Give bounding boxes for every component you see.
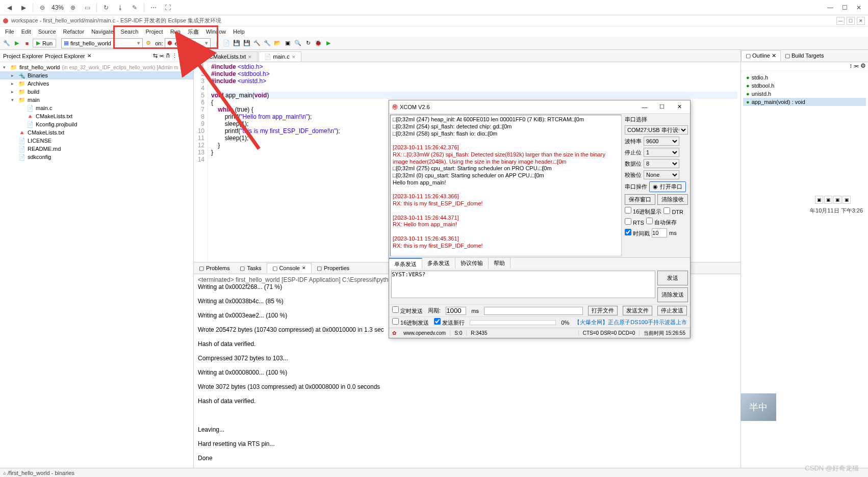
outline-item[interactable]: ● unistd.h [743,90,866,98]
fit-icon[interactable]: ▭ [82,3,92,13]
menu-file[interactable]: File [2,28,17,36]
xcom-log[interactable]: □[0;32mI (247) heap_init: At 600FE010 le… [390,115,622,256]
ide-max-icon[interactable]: ☐ [847,17,855,25]
bottom-tab-problems[interactable]: ▢ Problems [194,263,235,273]
xcom-close-icon[interactable]: ✕ [672,102,687,112]
menu-window[interactable]: Window [203,28,229,36]
tree-node[interactable]: 📄Kconfig.projbuild [0,120,193,128]
xcom-tab[interactable]: 帮助 [489,258,510,269]
baud-select[interactable]: 9600 [644,137,679,146]
open-file-button[interactable]: 打开文件 [588,306,618,315]
debug-icon[interactable]: 🐞 [314,39,323,48]
mini-icon4[interactable]: ▣ [843,196,851,204]
xcom-titlebar[interactable]: ㊕ XCOM V2.6 — ☐ ✕ [389,100,690,114]
more-icon[interactable]: ⋯ [148,3,159,13]
nav-fwd-icon[interactable]: ▶ [18,3,29,13]
tree-node[interactable]: ▾📁first_hello_world (in esp_32_work_IDF_… [0,63,193,71]
xcom-tab[interactable]: 多条发送 [422,258,455,269]
zoom-in-icon[interactable]: ⊕ [68,3,78,13]
menu-refactor[interactable]: Refactor [60,28,88,36]
saveall-icon[interactable]: 💾 [242,39,251,48]
rotate-icon[interactable]: ↻ [101,3,111,13]
tree-node[interactable]: 📄README.md [0,145,193,153]
outline-item[interactable]: ● app_main(void) : void [743,98,866,106]
mini-icon[interactable]: ▣ [815,196,823,204]
xcom-tab[interactable]: 协议传输 [455,258,489,269]
outline-sort-icon[interactable]: ↕ [849,62,852,71]
save-window-button[interactable]: 保存窗口 [625,194,655,205]
hex-send-check[interactable]: 16进制发送 [392,318,429,327]
xcom-max-icon[interactable]: ☐ [654,102,670,112]
ide-min-icon[interactable]: — [836,17,845,25]
send-file-button[interactable]: 发送文件 [623,306,652,315]
folder-icon[interactable]: 📂 [273,39,282,48]
status-url[interactable]: www.openedv.com [399,330,450,336]
term-icon[interactable]: ▣ [283,39,292,48]
menu-乐鑫[interactable]: 乐鑫 [185,27,202,37]
gear-icon[interactable]: ⚙ [144,39,153,48]
stop-select[interactable]: 1 [644,148,679,157]
tree-node[interactable]: ▾📁main [0,96,193,104]
hex-disp-check[interactable]: 16进制显示 [625,207,661,216]
min2-icon[interactable]: — [178,52,184,59]
tree-node[interactable]: 🔺CMakeLists.txt [0,112,193,120]
tree-node[interactable]: 📄main.c [0,104,193,112]
tree-node[interactable]: 🔺CMakeLists.txt [0,128,193,137]
tree-node[interactable]: ▸📁Archives [0,80,193,88]
menu-search[interactable]: Search [118,28,142,36]
xcom-window[interactable]: ㊕ XCOM V2.6 — ☐ ✕ □[0;32mI (247) heap_in… [389,100,691,338]
ts-input[interactable] [652,228,667,237]
filter-icon[interactable]: ⫚ [165,52,171,59]
file-path-input[interactable] [484,307,583,315]
menu-project[interactable]: Project [142,28,166,36]
right-tab[interactable]: ▢ Build Targets [781,51,828,61]
send-button[interactable]: 发送 [657,271,688,285]
fullscreen-icon[interactable]: ⛶ [163,3,173,13]
outline-filter-icon[interactable]: ⫘ [853,62,859,71]
min-icon[interactable]: — [825,3,835,13]
edit-icon[interactable]: ✎ [130,3,140,13]
tree-node[interactable]: ▸📁build [0,88,193,96]
build-icon[interactable]: 🔨 [252,39,262,48]
mini-icon3[interactable]: ▣ [833,196,841,204]
xcom-min-icon[interactable]: — [637,102,652,112]
run-button[interactable]: ▶Run [33,39,56,47]
rts-check[interactable]: RTS [625,218,644,226]
close-icon[interactable]: ✕ [854,3,864,13]
menu-edit[interactable]: Edit [18,28,34,36]
target-select[interactable]: ⬢esp32s3▾ [165,38,211,48]
download-icon[interactable]: ⭳ [115,3,125,13]
period-input[interactable] [446,307,466,315]
sched-check[interactable]: 定时发送 [392,306,423,315]
nav-back-icon[interactable]: ◀ [4,3,14,13]
autosave-check[interactable]: 自动保存 [646,218,677,226]
send-textarea[interactable]: SYST:VERS? [391,271,655,298]
menu-navigate[interactable]: Navigate [88,28,116,36]
wrench-icon[interactable]: 🔧 [263,39,272,48]
project-tree[interactable]: ▾📁first_hello_world (in esp_32_work_IDF_… [0,62,193,162]
editor-tab[interactable]: 📄 main.c ✕ [259,51,301,62]
stop-icon[interactable]: ■ [22,39,32,48]
parity-select[interactable]: None [644,170,679,179]
menu-icon[interactable]: ⋮ [172,52,177,59]
max-icon[interactable]: ☐ [839,3,850,13]
tree-node[interactable]: 📄LICENSE [0,137,193,145]
bottom-tab-console[interactable]: ▢ Console ✕ [267,263,312,274]
bottom-tab-tasks[interactable]: ▢ Tasks [235,263,266,273]
max2-icon[interactable]: ☐ [185,52,190,59]
tree-node[interactable]: ▸🔩Binaries [0,71,193,80]
xcom-tab[interactable]: 单条发送 [389,258,422,269]
outline-item[interactable]: ● stdbool.h [743,82,866,90]
timestamp-check[interactable]: 时间戳 [625,229,650,237]
right-tab[interactable]: ▢ Outline ✕ [741,50,781,61]
tree-node[interactable]: 📄sdkconfig [0,153,193,161]
new-icon[interactable]: 📄 [222,39,231,48]
save-icon[interactable]: 💾 [232,39,241,48]
refresh-icon[interactable]: ↻ [303,39,313,48]
ad-link[interactable]: 【火爆全网】正点原子DS100手持示波器上市 [574,319,687,326]
editor-tab[interactable]: 🔺 CMakeLists.txt ✕ [195,51,258,62]
menu-run[interactable]: Run [167,28,184,36]
dtr-check[interactable]: DTR [663,207,683,215]
launch-config-select[interactable]: ▦ first_hello_world ▾ [61,38,143,48]
newline-check[interactable]: 发送新行 [434,318,465,327]
